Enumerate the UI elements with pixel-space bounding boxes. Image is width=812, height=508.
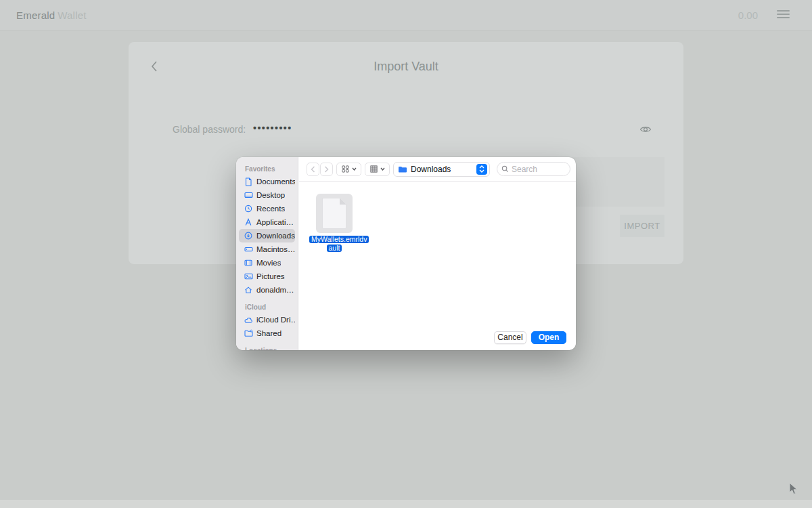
gallery-view-icon [370,165,378,173]
sidebar-section: iCloudiCloud Dri…Shared [236,302,298,340]
sidebar-item-label: Documents [256,177,295,186]
sidebar-item-label: Shared [256,329,281,337]
applications-icon [244,218,254,227]
app-title-secondary: Wallet [58,9,86,21]
desktop-icon [244,191,254,200]
document-file-icon [322,198,346,229]
balance-value: 0.00 [738,0,758,30]
sidebar-item-shared[interactable]: Shared [239,326,295,340]
global-password-label: Global password: [173,124,246,135]
sidebar-item-desktop[interactable]: Desktop [239,188,295,202]
file-item-mywallets[interactable]: MyWallets.emrldv ault [309,194,359,252]
mouse-cursor [789,482,800,499]
sidebar-item-downloads[interactable]: Downloads [239,229,295,242]
eye-icon [639,123,652,136]
home-icon [244,286,254,295]
sidebar-section-title: iCloud [236,302,298,313]
sidebar-section: Locations [236,345,298,350]
grid-view-icon [342,165,349,173]
sidebar-item-label: Applicati… [256,218,294,226]
sidebar-item-label: Desktop [256,191,285,199]
file-list-area[interactable]: MyWallets.emrldv ault [299,182,576,325]
app-title: EmeraldWallet [16,0,87,30]
sidebar-section: FavoritesDocumentsDesktopRecentsApplicat… [236,164,298,297]
search-placeholder: Search [512,165,537,174]
sidebar-item-recents[interactable]: Recents [239,202,295,215]
sidebar-item-pictures[interactable]: Pictures [239,270,295,283]
dialog-toolbar: Downloads Search [299,157,576,182]
sidebar-item-label: Movies [256,259,281,267]
back-nav-button[interactable] [307,163,319,176]
chevron-right-icon [324,166,329,173]
sidebar-item-label: donaldm… [256,286,294,294]
sidebar-item-iclouddri[interactable]: iCloud Dri… [239,313,295,326]
show-password-button[interactable] [639,123,652,136]
open-button[interactable]: Open [531,331,566,344]
shared-folder-icon [244,329,254,338]
password-input[interactable]: ••••••••• [253,123,292,133]
import-button[interactable]: IMPORT [620,215,664,237]
sidebar-item-label: Downloads [256,232,295,240]
file-name-line2: ault [327,245,342,252]
sidebar-item-label: Recents [256,205,285,213]
app-title-primary: Emerald [16,9,55,21]
popup-stepper-icon [476,164,487,175]
search-icon [501,165,509,173]
location-popup-label: Downloads [411,165,476,174]
file-name-label: MyWallets.emrldv ault [309,234,359,252]
sidebar-item-macintos[interactable]: Macintos… [239,242,295,256]
dialog-content: Downloads Search MyWalle [299,157,576,350]
folder-icon [398,165,407,173]
app-header: EmeraldWallet 0.00 [0,0,812,30]
sidebar-section-title: Favorites [236,164,298,175]
bottom-strip [0,500,812,508]
icon-view-button[interactable] [336,163,361,176]
chevron-down-icon [352,167,357,171]
page-title: Import Vault [129,60,683,74]
group-view-button[interactable] [365,163,390,176]
menu-icon[interactable] [777,10,790,20]
photo-icon [244,272,254,281]
sidebar-item-label: Macintos… [256,245,295,253]
film-icon [244,259,254,268]
forward-nav-button[interactable] [320,163,333,176]
location-popup[interactable]: Downloads [393,162,490,177]
document-icon [244,177,254,186]
file-name-line1: MyWallets.emrldv [309,236,369,243]
file-thumbnail [316,194,353,233]
chevron-down-icon [380,167,385,171]
sidebar-section-title: Locations [236,345,298,350]
sidebar-item-documents[interactable]: Documents [239,175,295,188]
sidebar-item-label: Pictures [256,272,285,280]
chevron-left-icon [311,166,315,173]
dialog-footer: Cancel Open [299,325,576,350]
dialog-sidebar: FavoritesDocumentsDesktopRecentsApplicat… [236,157,298,350]
cloud-icon [244,316,254,324]
sidebar-item-movies[interactable]: Movies [239,256,295,270]
sidebar-item-applicati[interactable]: Applicati… [239,215,295,229]
file-open-dialog: FavoritesDocumentsDesktopRecentsApplicat… [236,157,576,350]
cancel-button[interactable]: Cancel [494,331,526,344]
sidebar-item-label: iCloud Dri… [256,316,295,324]
downloads-icon [244,232,254,240]
search-input[interactable]: Search [497,162,570,176]
sidebar-item-donaldm[interactable]: donaldm… [239,283,295,297]
harddrive-icon [244,245,254,254]
clock-icon [244,205,254,213]
